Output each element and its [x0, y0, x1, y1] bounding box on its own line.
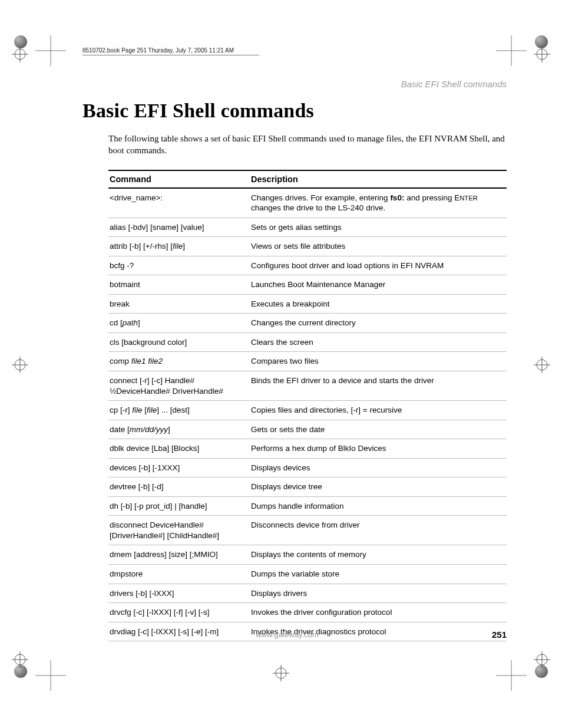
registration-mark-icon	[534, 651, 550, 668]
description-cell: Dumps handle information	[250, 496, 507, 516]
table-row: comp file1 file2Compares two files	[108, 352, 507, 371]
table-row: <drive_name>:Changes drives. For example…	[108, 188, 507, 218]
command-cell: devices [-b] [-1XXX]	[108, 458, 250, 477]
description-cell: Views or sets file attributes	[250, 237, 507, 256]
command-cell: drivers [-b] [-lXXX]	[108, 584, 250, 603]
command-cell: connect [-r] [-c] Handle# ½DeviceHandle#…	[108, 371, 250, 400]
description-cell: Binds the EFI driver to a device and sta…	[250, 371, 507, 400]
table-row: date [mm/dd/yyy]Gets or sets the date	[108, 420, 507, 439]
description-cell: Executes a breakpoint	[250, 294, 507, 314]
table-row: disconnect DeviceHandle# [DriverHandle#]…	[108, 516, 507, 545]
registration-mark-icon	[12, 46, 28, 62]
table-row: devices [-b] [-1XXX]Displays devices	[108, 458, 507, 477]
description-cell: Copies files and directories, [-r] = rec…	[250, 401, 507, 420]
command-cell: bcfg -?	[108, 256, 250, 275]
crop-mark-icon	[35, 35, 66, 66]
command-cell: devtree [-b] [-d]	[108, 477, 250, 497]
table-row: cd [path]Changes the current directory	[108, 314, 507, 333]
crop-mark-icon	[496, 660, 527, 691]
description-cell: Gets or sets the date	[250, 420, 507, 439]
description-cell: Displays devices	[250, 458, 507, 477]
command-cell: dmpstore	[108, 564, 250, 584]
registration-mark-icon	[12, 357, 28, 373]
table-row: devtree [-b] [-d]Displays device tree	[108, 477, 507, 497]
command-cell: comp file1 file2	[108, 352, 250, 371]
command-cell: break	[108, 294, 250, 314]
description-cell: Performs a hex dump of BlkIo Devices	[250, 439, 507, 459]
command-cell: date [mm/dd/yyy]	[108, 420, 250, 439]
registration-mark-icon	[534, 357, 550, 373]
description-cell: Displays the contents of memory	[250, 545, 507, 565]
table-row: drvcfg [-c] [-lXXX] [-f] [-v] [-s]Invoke…	[108, 603, 507, 622]
table-row: attrib [-b] [+/-rhs] [file]Views or sets…	[108, 237, 507, 256]
command-cell: cp [-r] file [file] ... [dest]	[108, 401, 250, 420]
page-content: 8510702.book Page 251 Thursday, July 7, …	[82, 47, 507, 641]
description-cell: Sets or gets alias settings	[250, 218, 507, 237]
table-row: connect [-r] [-c] Handle# ½DeviceHandle#…	[108, 371, 507, 400]
book-meta-line: 8510702.book Page 251 Thursday, July 7, …	[82, 47, 259, 55]
table-row: botmaintLaunches Boot Maintenance Manage…	[108, 275, 507, 295]
command-cell: disconnect DeviceHandle# [DriverHandle#]…	[108, 516, 250, 545]
page-title: Basic EFI Shell commands	[82, 100, 507, 122]
page-footer: www.gateway.com 251	[82, 630, 507, 640]
table-row: dh [-b] [-p prot_id] | [handle]Dumps han…	[108, 496, 507, 516]
command-cell: cls [background color]	[108, 332, 250, 352]
description-cell: Changes the current directory	[250, 314, 507, 333]
description-cell: Displays drivers	[250, 584, 507, 603]
registration-mark-icon	[534, 46, 550, 62]
commands-table: Command Description <drive_name>:Changes…	[108, 170, 507, 642]
description-cell: Invokes the driver configuration protoco…	[250, 603, 507, 622]
intro-paragraph: The following table shows a set of basic…	[108, 133, 507, 157]
command-cell: dmem [address] [size] [;MMIO]	[108, 545, 250, 565]
description-cell: Dumps the variable store	[250, 564, 507, 584]
description-cell: Clears the screen	[250, 332, 507, 352]
description-cell: Configures boot driver and load options …	[250, 256, 507, 275]
command-cell: dh [-b] [-p prot_id] | [handle]	[108, 496, 250, 516]
command-cell: <drive_name>:	[108, 188, 250, 218]
table-row: breakExecutes a breakpoint	[108, 294, 507, 314]
command-cell: alias [-bdv] [sname] [value]	[108, 218, 250, 237]
col-header-description: Description	[250, 170, 507, 188]
table-row: cp [-r] file [file] ... [dest]Copies fil…	[108, 401, 507, 420]
description-cell: Launches Boot Maintenance Manager	[250, 275, 507, 295]
page-number: 251	[492, 630, 507, 640]
table-row: dmpstoreDumps the variable store	[108, 564, 507, 584]
running-head: Basic EFI Shell commands	[82, 79, 507, 89]
registration-mark-icon	[273, 665, 289, 681]
footer-url: www.gateway.com	[256, 630, 319, 639]
command-cell: drvcfg [-c] [-lXXX] [-f] [-v] [-s]	[108, 603, 250, 622]
command-cell: cd [path]	[108, 314, 250, 333]
description-cell: Compares two files	[250, 352, 507, 371]
command-cell: dblk device [Lba] [Blocks]	[108, 439, 250, 459]
description-cell: Disconnects device from driver	[250, 516, 507, 545]
table-row: cls [background color]Clears the screen	[108, 332, 507, 352]
table-row: alias [-bdv] [sname] [value]Sets or gets…	[108, 218, 507, 237]
description-cell: Displays device tree	[250, 477, 507, 497]
table-row: drivers [-b] [-lXXX]Displays drivers	[108, 584, 507, 603]
table-row: dmem [address] [size] [;MMIO]Displays th…	[108, 545, 507, 565]
registration-mark-icon	[12, 651, 28, 668]
crop-mark-icon	[35, 660, 66, 691]
table-row: bcfg -?Configures boot driver and load o…	[108, 256, 507, 275]
command-cell: attrib [-b] [+/-rhs] [file]	[108, 237, 250, 256]
col-header-command: Command	[108, 170, 250, 188]
table-row: dblk device [Lba] [Blocks]Performs a hex…	[108, 439, 507, 459]
description-cell: Changes drives. For example, entering fs…	[250, 188, 507, 218]
command-cell: botmaint	[108, 275, 250, 295]
